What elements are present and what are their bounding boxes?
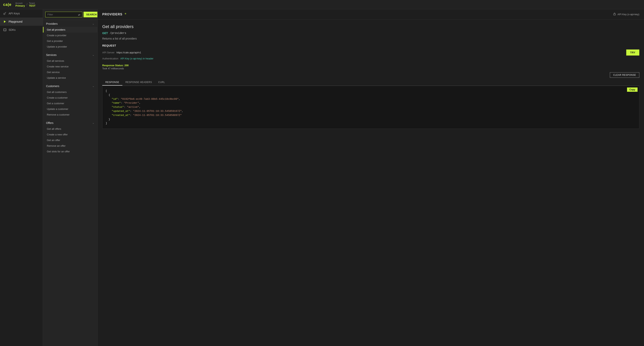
lock-icon <box>613 13 616 16</box>
tab-curl[interactable]: CURL <box>155 79 168 86</box>
sidebar-item-create-new-service[interactable]: Create new service <box>43 64 98 69</box>
method-badge: GET <box>102 31 108 35</box>
auth-info: API Key (x-api-key) <box>613 13 639 16</box>
key-icon <box>3 12 7 15</box>
json-status: "status": "active", <box>106 105 636 109</box>
auth-key-label: API Key (x-api-key) <box>618 13 639 16</box>
json-name: "name": "Provider", <box>106 101 636 105</box>
auth-key-label-row: Authentication <box>102 57 118 60</box>
sidebar-item-get-all-services[interactable]: Get all services <box>43 58 98 64</box>
api-server-row: API Server https://cale.app/api/v1 TRY <box>102 49 639 55</box>
request-section-label: REQUEST <box>102 44 639 47</box>
auth-key-value[interactable]: API Key (x-api-key) in header <box>120 57 154 60</box>
providers-heading: PROVIDERS <box>102 13 122 16</box>
try-button[interactable]: TRY <box>626 49 639 55</box>
api-title: Get all providers <box>102 24 639 29</box>
sidebar-item-get-a-customer[interactable]: Get a customer <box>43 101 98 106</box>
api-method-line: GET /providers <box>102 31 639 35</box>
services-items: Get all services Create new service Get … <box>43 58 98 82</box>
section-header-services[interactable]: Services ⌄ <box>43 51 98 58</box>
chevron-down-icon-customers: ⌄ <box>92 85 94 87</box>
response-time: Took 47 milliseconds <box>102 67 639 70</box>
request-row-left-server: API Server https://cale.app/api/v1 <box>102 51 141 54</box>
sidebar-item-get-an-offer[interactable]: Get an offer <box>43 137 98 143</box>
section-header-customers[interactable]: Customers ⌄ <box>43 82 98 89</box>
sidebar-item-get-service[interactable]: Get service <box>43 69 98 75</box>
clear-response-button[interactable]: CLEAR RESPONSE <box>610 72 639 78</box>
section-header-offers[interactable]: Offers ⌄ <box>43 119 98 126</box>
play-icon <box>3 20 7 23</box>
tab-response-headers[interactable]: RESPONSE HEADERS <box>122 79 155 86</box>
sidebar-item-get-slots-for-an-offer[interactable]: Get slots for an offer <box>43 149 98 154</box>
json-open-bracket: [ <box>106 89 636 93</box>
nav-playground-label: Playground <box>8 20 22 23</box>
json-id: "id": "0192f9e6-ec49-7ab3-88b5-445c10c8b… <box>106 97 636 101</box>
main-content: PROVIDERS API Key (x-api-key) <box>98 9 644 346</box>
chevron-down-icon: ⌄ <box>92 22 94 25</box>
sidebar-item-create-a-customer[interactable]: Create a customer <box>43 95 98 101</box>
sidebar: ⇄ SEARCH Providers ⌄ Get all providers C… <box>43 9 98 346</box>
json-object-close: } <box>106 118 636 122</box>
nav-sdks-label: SDKs <box>8 28 16 31</box>
json-updated-at: "updated_at": "2024-11-05T01:18:33.54585… <box>106 109 636 113</box>
response-tabs: RESPONSE RESPONSE HEADERS CURL <box>102 79 639 86</box>
svg-point-0 <box>4 13 5 15</box>
account-value: Primary <box>16 4 25 7</box>
sidebar-item-create-new-offer[interactable]: Create a new offer <box>43 132 98 137</box>
response-body: Copy [ { "id": "0192f9e6-ec49-7ab3-88b5-… <box>102 86 639 129</box>
sidebar-item-remove-a-customer[interactable]: Remove a customer <box>43 112 98 118</box>
sidebar-item-update-a-customer[interactable]: Update a customer <box>43 106 98 112</box>
sidebar-item-api-keys[interactable]: API Keys <box>0 9 43 17</box>
filter-input[interactable] <box>45 12 82 17</box>
api-description: Returns a list of all providers <box>102 37 639 40</box>
filter-icon: ⇄ <box>78 13 80 16</box>
sort-icon <box>124 12 127 16</box>
logo: ca|e <box>3 2 12 7</box>
request-section: API Server https://cale.app/api/v1 TRY A… <box>102 49 639 60</box>
offers-items: Get all offers Create a new offer Get an… <box>43 126 98 156</box>
main-layout: API Keys Playground SDKs ⇄ SEARC <box>0 9 644 346</box>
section-title-services: Services <box>46 53 56 56</box>
sidebar-item-get-a-provider[interactable]: Get a provider <box>43 38 98 44</box>
api-server-key: API Server <box>102 51 114 54</box>
customers-items: Get all customers Create a customer Get … <box>43 89 98 119</box>
api-path: /providers <box>110 31 126 35</box>
tenant-value: TEST <box>29 4 35 7</box>
tab-response[interactable]: RESPONSE <box>102 79 122 86</box>
sidebar-item-get-all-providers[interactable]: Get all providers <box>43 27 98 32</box>
sidebar-item-update-a-service[interactable]: Update a service <box>43 75 98 81</box>
breadcrumb: Account Primary / Tenant TEST <box>16 2 36 7</box>
search-button[interactable]: SEARCH <box>84 12 98 17</box>
sidebar-item-update-a-provider[interactable]: Update a provider <box>43 44 98 49</box>
response-status: Response Status: 200 <box>102 64 639 67</box>
account-label: Account <box>16 2 25 4</box>
json-close-bracket: ] <box>106 121 636 126</box>
api-content: Get all providers GET /providers Returns… <box>98 19 644 346</box>
api-server-value: https://cale.app/api/v1 <box>116 51 141 54</box>
code-icon <box>3 28 7 31</box>
providers-title: PROVIDERS <box>102 12 127 16</box>
chevron-down-icon-offers: ⌄ <box>92 122 94 124</box>
chevron-down-icon-services: ⌄ <box>92 54 94 56</box>
tenant-label: Tenant <box>29 2 35 4</box>
section-header-providers[interactable]: Providers ⌄ <box>43 20 98 27</box>
sidebar-item-get-all-customers[interactable]: Get all customers <box>43 89 98 95</box>
left-nav: API Keys Playground SDKs <box>0 9 43 346</box>
section-title-offers: Offers <box>46 121 54 125</box>
svg-marker-1 <box>4 20 6 23</box>
breadcrumb-separator: / <box>26 2 27 7</box>
providers-items: Get all providers Create a provider Get … <box>43 27 98 51</box>
sidebar-item-get-all-offers[interactable]: Get all offers <box>43 126 98 132</box>
sidebar-item-playground[interactable]: Playground <box>0 17 43 26</box>
search-area: ⇄ SEARCH <box>43 9 98 20</box>
sidebar-item-remove-an-offer[interactable]: Remove an offer <box>43 143 98 149</box>
nav-api-keys-label: API Keys <box>8 12 20 15</box>
sidebar-item-create-a-provider[interactable]: Create a provider <box>43 32 98 38</box>
topbar: ca|e Account Primary / Tenant TEST <box>0 0 644 9</box>
section-title-providers: Providers <box>46 22 58 25</box>
request-row-left-auth: Authentication API Key (x-api-key) in he… <box>102 57 154 60</box>
tenant-breadcrumb: Tenant TEST <box>29 2 35 7</box>
copy-button[interactable]: Copy <box>627 87 638 92</box>
auth-row: Authentication API Key (x-api-key) in he… <box>102 57 639 60</box>
sidebar-item-sdks[interactable]: SDKs <box>0 26 43 34</box>
